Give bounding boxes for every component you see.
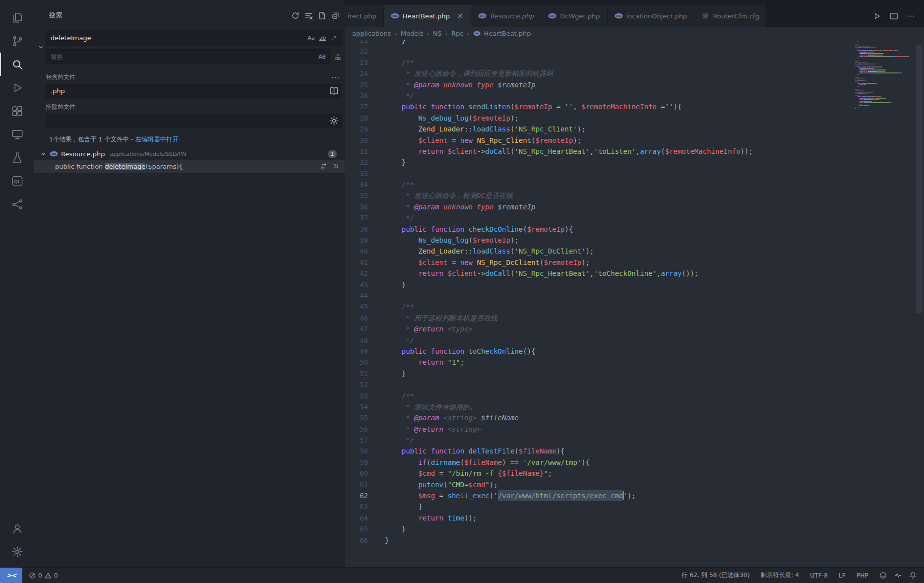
tab-DcWget.php[interactable]: phpDcWget.php: [541, 5, 607, 27]
feedback-smiley-icon[interactable]: [879, 572, 887, 579]
replace-match-icon[interactable]: [320, 163, 328, 170]
new-search-editor-icon[interactable]: [318, 11, 326, 20]
code-line[interactable]: 44: [345, 290, 924, 301]
code-line[interactable]: 21 }: [345, 40, 924, 46]
code-line[interactable]: 30 $client = new NS_Rpc_Client($remoteIp…: [345, 135, 924, 146]
result-file-row[interactable]: php Resource.php applications/Models/SSL…: [34, 148, 345, 160]
eol-status[interactable]: LF: [839, 572, 846, 579]
code-line[interactable]: 55 * @param <string> $fileName: [345, 412, 924, 423]
code-line[interactable]: 47 * @return <type>: [345, 324, 924, 334]
bell-icon[interactable]: [909, 572, 917, 579]
tab-locationObject.php[interactable]: phplocationObject.php: [608, 5, 695, 27]
scrollbar-thumb[interactable]: [916, 45, 923, 313]
code-line[interactable]: 29 Zend_Loader::loadClass('NS_Rpc_Client…: [345, 124, 924, 134]
code-line[interactable]: 40 Zend_Loader::loadClass('NS_Rpc_DcClie…: [345, 246, 924, 257]
code-line[interactable]: 34 /**: [345, 179, 924, 190]
code-line[interactable]: 49 public function toCheckOnline(){: [345, 346, 924, 357]
tab-Resource.php[interactable]: phpResource.php: [471, 5, 542, 27]
code-line[interactable]: 66}: [345, 535, 924, 546]
code-line[interactable]: 60 $cmd = "/bin/rm -f {$fileName}";: [345, 468, 924, 479]
activity-bar-item-extensions[interactable]: [0, 99, 34, 123]
code-line[interactable]: 38 public function checkDcOnline($remote…: [345, 224, 924, 235]
tab-irect.php[interactable]: irect.php: [345, 5, 384, 27]
code-line[interactable]: 56 * @return <string>: [345, 424, 924, 435]
code-line[interactable]: 51 }: [345, 368, 924, 379]
breadcrumb-item[interactable]: Models: [401, 30, 424, 37]
indent-status[interactable]: 制表符长度: 4: [761, 571, 799, 580]
code-line[interactable]: 23 /**: [345, 57, 924, 68]
dismiss-match-icon[interactable]: [333, 163, 340, 170]
code-line[interactable]: 27 public function sendListen($remoteIp …: [345, 101, 924, 112]
vertical-scrollbar[interactable]: [915, 40, 924, 567]
code-line[interactable]: 26 */: [345, 90, 924, 101]
code-line[interactable]: 53 /**: [345, 390, 924, 401]
breadcrumb-item[interactable]: HeartBeat.php: [484, 30, 531, 37]
code-line[interactable]: 37 */: [345, 212, 924, 223]
code-line[interactable]: 59 if(dirname($fileName) == '/var/www/tm…: [345, 457, 924, 468]
activity-bar-item-settings-gear[interactable]: [0, 540, 34, 563]
replace-input[interactable]: [46, 53, 317, 61]
result-match-row[interactable]: public function deleteImage($params){: [34, 160, 345, 173]
code-line[interactable]: 25 * @param unknown_type $remoteIp: [345, 79, 924, 90]
code-line[interactable]: 41 $client = new NS_Rpc_DcClient($remote…: [345, 257, 924, 268]
collapse-all-icon[interactable]: [331, 11, 340, 20]
code-line[interactable]: 42 return $client->doCall('NS_Rpc_HeartB…: [345, 268, 924, 279]
code-line[interactable]: 45 /**: [345, 301, 924, 312]
search-open-editors-icon[interactable]: [329, 86, 339, 96]
code-line[interactable]: 48 */: [345, 335, 924, 346]
toggle-replace-button[interactable]: [36, 30, 46, 64]
files-exclude-input[interactable]: [46, 117, 329, 125]
code-line[interactable]: 58 public function delTestFile($fileName…: [345, 446, 924, 456]
code-line[interactable]: 36 * @param unknown_type $remoteIp: [345, 201, 924, 212]
code-line[interactable]: 28 Ns_debug_log($remoteIp);: [345, 113, 924, 124]
minimap[interactable]: [855, 41, 915, 110]
tab-RouterCfm.cfg[interactable]: RouterCfm.cfg: [694, 5, 767, 27]
activity-bar-item-search[interactable]: [0, 53, 34, 76]
language-status[interactable]: PHP: [857, 572, 868, 579]
open-in-editor-link[interactable]: 在编辑器中打开: [135, 135, 179, 143]
activity-bar-item-remote-explorer[interactable]: [0, 123, 34, 146]
remote-indicator[interactable]: ><: [0, 568, 22, 583]
split-editor-icon[interactable]: [889, 11, 899, 21]
breadcrumb-item[interactable]: NS: [433, 30, 442, 37]
activity-bar-item-testing[interactable]: [0, 146, 34, 169]
code-line[interactable]: 50 return "1";: [345, 357, 924, 368]
whole-word-icon[interactable]: ab: [317, 33, 328, 43]
code-line[interactable]: 54 * 测试文件传输用的,: [345, 401, 924, 412]
refresh-icon[interactable]: [291, 11, 300, 20]
activity-bar-item-run-debug[interactable]: [0, 76, 34, 99]
code-line[interactable]: 46 * 用于远程判断本机是否在线: [345, 313, 924, 324]
activity-bar-item-ql[interactable]: QL: [0, 169, 34, 193]
run-icon[interactable]: [872, 11, 882, 21]
breadcrumb-item[interactable]: applications: [352, 30, 391, 37]
code-line[interactable]: 22: [345, 46, 924, 57]
encoding-status[interactable]: UTF-8: [810, 572, 828, 579]
code-line[interactable]: 63 }: [345, 501, 924, 512]
preserve-case-icon[interactable]: AB: [317, 52, 327, 62]
code-line[interactable]: 64 return time();: [345, 513, 924, 523]
code-line[interactable]: 33: [345, 168, 924, 179]
code-line[interactable]: 61 putenv("CMD=$cmd");: [345, 479, 924, 490]
activity-bar-item-account[interactable]: [0, 517, 34, 540]
files-include-input[interactable]: [46, 87, 329, 95]
use-exclude-settings-icon[interactable]: [329, 116, 339, 126]
cursor-position-status[interactable]: 行 62, 列 58 (已选择30): [681, 571, 750, 580]
code-line[interactable]: 62 $msg = shell_exec('/var/www/html/scri…: [345, 490, 924, 501]
code-line[interactable]: 35 * 发送心跳命令，检测DC是否在线: [345, 190, 924, 201]
activity-bar-item-source-control[interactable]: [0, 29, 34, 53]
more-actions-icon[interactable]: [906, 11, 916, 21]
activity-pulse-icon[interactable]: [894, 572, 902, 579]
clear-search-results-icon[interactable]: [305, 11, 313, 20]
tab-HeartBeat.php[interactable]: phpHeartBeat.php: [384, 5, 471, 27]
problems-status[interactable]: 0 0: [29, 572, 58, 579]
activity-bar-item-flow-graph[interactable]: [0, 193, 34, 216]
close-icon[interactable]: [457, 12, 464, 19]
search-input[interactable]: [46, 34, 306, 42]
code-line[interactable]: 39 Ns_debug_log($remoteIp);: [345, 235, 924, 246]
code-line[interactable]: 65 }: [345, 523, 924, 534]
code-line[interactable]: 32 }: [345, 157, 924, 168]
code-line[interactable]: 31 return $client->doCall('NS_Rpc_HeartB…: [345, 146, 924, 157]
code-line[interactable]: 43 }: [345, 279, 924, 290]
code-editor[interactable]: 21 }2223 /**24 * 发送心跳命令，得到回应并更新相应的机器码25 …: [345, 40, 924, 567]
match-case-icon[interactable]: Aa: [306, 33, 316, 43]
